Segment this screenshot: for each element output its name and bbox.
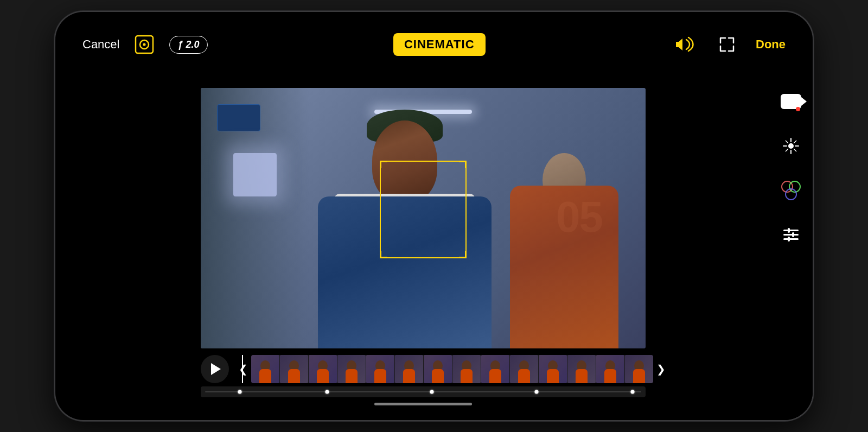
focus-ring-button[interactable] [132,33,156,56]
video-container[interactable]: 05 [201,88,646,348]
aperture-label: ƒ 2.0 [177,39,199,50]
expand-button[interactable] [713,31,741,58]
main-astronaut [312,110,497,348]
svg-rect-6 [783,238,799,240]
play-icon [211,363,221,375]
done-button[interactable]: Done [756,37,786,52]
cancel-button[interactable]: Cancel [82,37,119,52]
filmstrip-frame [309,355,337,383]
keyframe-dot[interactable] [326,390,329,394]
filmstrip-frame [567,355,596,383]
filmstrip-frame [452,355,481,383]
top-bar-left: Cancel ƒ 2.0 [82,33,208,56]
main-content: 05 [55,77,813,420]
filmstrip-frame [596,355,624,383]
sparkle-icon [782,137,800,155]
keyframe-dot[interactable] [535,390,539,394]
side-light [233,153,277,196]
svg-rect-7 [788,228,790,233]
volume-button-top[interactable] [671,31,698,58]
adjustments-button[interactable] [777,221,805,249]
color-grading-button[interactable] [777,177,805,204]
video-area: 05 [55,77,769,420]
phone-frame: Cancel ƒ 2.0 CINEMATIC [54,11,814,421]
svg-rect-8 [792,232,794,237]
filmstrip-frame [366,355,394,383]
astronaut-face-skin [372,120,437,202]
filmstrip-frame [251,355,279,383]
scroll-indicator [374,403,472,405]
svg-rect-5 [783,234,799,236]
cinematic-mode-badge[interactable]: CINEMATIC [393,33,486,56]
rgb-blue-circle [785,188,797,200]
filmstrip[interactable] [251,355,653,383]
timeline-section: ❮ [201,355,646,405]
sparkle-button[interactable] [777,132,805,160]
keyframe-dot[interactable] [238,390,242,394]
secondary-suit [510,186,618,348]
filmstrip-frame [280,355,308,383]
filmstrip-frame [424,355,452,383]
svg-rect-9 [788,237,790,242]
astronaut-suit [318,196,492,348]
play-button[interactable] [201,355,229,383]
keyframe-dot[interactable] [630,390,634,394]
keyframe-dot[interactable] [430,390,434,394]
filmstrip-frame [481,355,509,383]
filmstrip-frame [395,355,423,383]
filmstrip-next-arrow[interactable]: ❯ [653,363,669,376]
top-bar-right: Done [671,31,786,58]
secondary-astronaut [505,142,624,348]
svg-point-2 [143,43,146,46]
video-scene: 05 [201,88,646,348]
keyframe-track[interactable] [201,386,646,397]
video-camera-button[interactable] [777,88,805,115]
playback-row: ❮ [201,355,646,383]
top-bar: Cancel ƒ 2.0 CINEMATIC [55,12,813,77]
filmstrip-frame [625,355,653,383]
filmstrip-wrapper: ❮ [235,355,669,383]
record-dot [796,107,800,111]
filmstrip-frame [337,355,366,383]
bg-monitor [217,104,260,131]
adjustments-icon [782,226,800,244]
filmstrip-prev-arrow[interactable]: ❮ [235,363,251,376]
svg-point-3 [788,143,794,149]
rgb-icon [781,181,801,200]
filmstrip-frame [539,355,567,383]
svg-rect-4 [783,230,799,231]
right-toolbar [769,77,813,420]
astronaut-face [361,110,448,207]
filmstrip-frame [510,355,538,383]
keyframe-dots [205,391,641,392]
aperture-badge[interactable]: ƒ 2.0 [169,36,207,54]
